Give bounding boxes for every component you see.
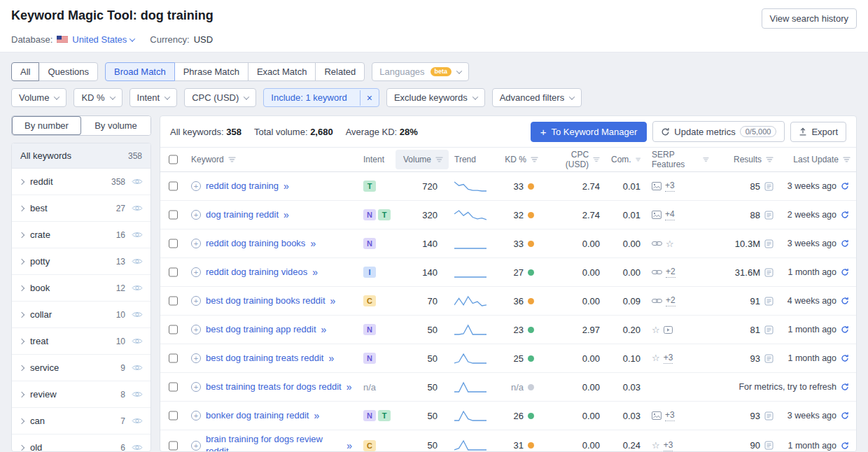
eye-icon[interactable]: [132, 390, 143, 398]
database-selector[interactable]: United States: [72, 34, 134, 45]
tab-questions[interactable]: Questions: [38, 62, 98, 81]
keyword-group-reddit[interactable]: reddit 358: [12, 169, 150, 195]
serp-results-icon[interactable]: [764, 211, 774, 220]
row-checkbox[interactable]: [169, 353, 178, 363]
keyword-link[interactable]: best dog training app reddit: [206, 324, 316, 336]
serp-results-icon[interactable]: [764, 441, 774, 450]
column-header-com[interactable]: Com.: [606, 150, 646, 169]
row-checkbox[interactable]: [169, 267, 178, 277]
open-keyword-icon[interactable]: »: [284, 181, 289, 192]
cpc-filter-dropdown[interactable]: CPC (USD): [184, 88, 256, 107]
serp-more-link[interactable]: +3: [664, 440, 673, 451]
serp-more-link[interactable]: +2: [666, 267, 676, 277]
clear-include-filter-button[interactable]: ×: [360, 90, 379, 106]
intent-filter-dropdown[interactable]: Intent: [130, 88, 178, 107]
open-keyword-icon[interactable]: »: [314, 410, 319, 421]
add-keyword-icon[interactable]: +: [191, 353, 201, 363]
by-volume-button[interactable]: By volume: [81, 116, 150, 135]
add-keyword-icon[interactable]: +: [191, 441, 201, 451]
keyword-link[interactable]: reddit dog training books: [206, 238, 305, 250]
keyword-link[interactable]: bonker dog training reddit: [206, 410, 309, 422]
advanced-filters-filter-dropdown[interactable]: Advanced filters: [492, 88, 582, 107]
by-number-button[interactable]: By number: [12, 116, 81, 135]
keyword-link[interactable]: reddit dog training videos: [206, 267, 307, 278]
keyword-link[interactable]: reddit dog training: [206, 181, 279, 192]
to-keyword-manager-button[interactable]: + To Keyword Manager: [531, 122, 648, 142]
row-checkbox[interactable]: [169, 411, 178, 421]
serp-results-icon[interactable]: [764, 182, 774, 191]
view-search-history-button[interactable]: View search history: [762, 8, 857, 29]
tab-related[interactable]: Related: [315, 62, 365, 81]
tab-phrase-match[interactable]: Phrase Match: [174, 62, 248, 81]
refresh-row-icon[interactable]: [841, 297, 849, 305]
keyword-group-service[interactable]: service 9: [12, 355, 150, 381]
keyword-group-treat[interactable]: treat 10: [12, 328, 150, 355]
open-keyword-icon[interactable]: »: [321, 324, 327, 335]
eye-icon[interactable]: [132, 417, 143, 425]
keyword-group-potty[interactable]: potty 13: [12, 248, 150, 275]
add-keyword-icon[interactable]: +: [191, 239, 201, 248]
serp-results-icon[interactable]: [764, 354, 774, 363]
column-header-results[interactable]: Results: [715, 150, 779, 169]
exclude-keywords-filter-dropdown[interactable]: Exclude keywords: [386, 88, 485, 107]
refresh-row-icon[interactable]: [841, 325, 849, 334]
keyword-group-collar[interactable]: collar 10: [12, 302, 150, 328]
column-header-intent[interactable]: Intent: [358, 150, 396, 169]
serp-more-link[interactable]: +3: [665, 410, 675, 421]
open-keyword-icon[interactable]: »: [330, 295, 336, 306]
eye-icon[interactable]: [132, 337, 143, 345]
eye-icon[interactable]: [132, 178, 143, 185]
serp-more-link[interactable]: +3: [664, 353, 673, 363]
all-keywords-group[interactable]: All keywords 358: [12, 143, 150, 169]
column-header-cpc-usd[interactable]: CPC (USD): [544, 150, 606, 169]
add-keyword-icon[interactable]: +: [191, 411, 201, 421]
tab-all[interactable]: All: [11, 62, 39, 81]
refresh-row-icon[interactable]: [841, 182, 849, 190]
row-checkbox[interactable]: [169, 181, 178, 191]
column-header-last-update[interactable]: Last Update: [779, 150, 856, 169]
serp-results-icon[interactable]: [764, 297, 774, 306]
eye-icon[interactable]: [132, 284, 143, 292]
add-keyword-icon[interactable]: +: [191, 210, 201, 220]
serp-results-icon[interactable]: [764, 325, 774, 334]
keyword-link[interactable]: best dog training books reddit: [206, 295, 326, 307]
serp-more-link[interactable]: +3: [665, 181, 675, 191]
tab-exact-match[interactable]: Exact Match: [248, 62, 316, 81]
refresh-row-icon[interactable]: [841, 268, 849, 276]
keyword-link[interactable]: best training treats for dogs reddit: [206, 381, 342, 393]
keyword-group-old[interactable]: old 6: [12, 435, 150, 452]
refresh-row-icon[interactable]: [841, 239, 849, 248]
eye-icon[interactable]: [132, 204, 143, 212]
row-checkbox[interactable]: [169, 239, 178, 248]
row-checkbox[interactable]: [169, 210, 178, 220]
column-header-trend[interactable]: Trend: [449, 150, 493, 169]
add-keyword-icon[interactable]: +: [191, 267, 201, 277]
open-keyword-icon[interactable]: »: [312, 267, 318, 278]
open-keyword-icon[interactable]: »: [310, 238, 316, 249]
refresh-row-icon[interactable]: [841, 211, 849, 219]
row-checkbox[interactable]: [169, 296, 178, 306]
eye-icon[interactable]: [132, 444, 143, 451]
eye-icon[interactable]: [132, 231, 143, 239]
open-keyword-icon[interactable]: »: [346, 440, 352, 451]
refresh-row-icon[interactable]: [841, 411, 849, 420]
serp-more-link[interactable]: +2: [666, 295, 676, 306]
keyword-group-book[interactable]: book 12: [12, 275, 150, 302]
column-header-keyword[interactable]: Keyword: [186, 150, 358, 169]
eye-icon[interactable]: [132, 364, 143, 372]
refresh-row-icon[interactable]: [841, 442, 849, 450]
languages-dropdown[interactable]: Languages beta: [372, 62, 469, 81]
keyword-group-crate[interactable]: crate 16: [12, 222, 150, 248]
row-checkbox[interactable]: [169, 382, 178, 392]
tab-broad-match[interactable]: Broad Match: [105, 62, 175, 81]
include-filter-chip[interactable]: Include: 1 keyword ×: [263, 88, 379, 107]
keyword-group-best[interactable]: best 27: [12, 195, 150, 222]
update-metrics-button[interactable]: Update metrics 0/5,000: [652, 121, 785, 142]
column-header-kd[interactable]: KD %: [493, 150, 544, 169]
keyword-link[interactable]: best dog training treats reddit: [206, 353, 323, 365]
keyword-link[interactable]: dog training reddit: [206, 209, 279, 221]
column-header-serp-features[interactable]: SERP Features: [646, 150, 715, 169]
select-all-checkbox[interactable]: [169, 155, 178, 164]
keyword-group-can[interactable]: can 7: [12, 408, 150, 435]
serp-results-icon[interactable]: [764, 411, 774, 421]
